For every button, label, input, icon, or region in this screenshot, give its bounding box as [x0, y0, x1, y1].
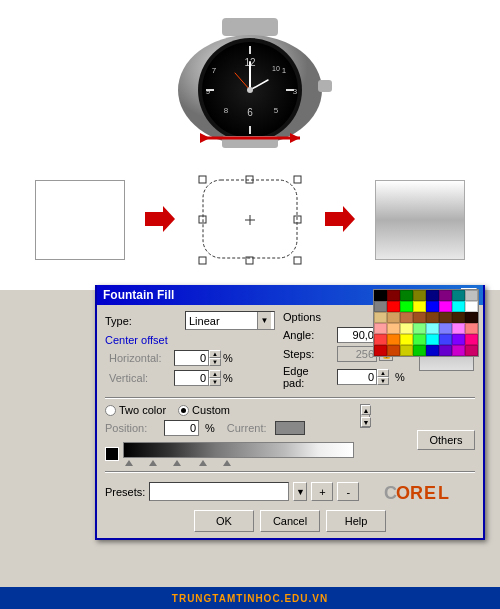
current-color-swatch[interactable] — [275, 421, 305, 435]
color-swatch-cell[interactable] — [413, 312, 426, 323]
custom-radio-circle — [178, 405, 189, 416]
edge-pad-spin-buttons: ▲ ▼ — [377, 369, 389, 385]
color-swatch-cell[interactable] — [439, 334, 452, 345]
position-input[interactable]: 0 — [164, 420, 199, 436]
color-swatch-cell[interactable] — [374, 301, 387, 312]
scroll-down-btn[interactable]: ▼ — [361, 417, 371, 427]
color-swatch-cell[interactable] — [374, 323, 387, 334]
color-swatch-cell[interactable] — [439, 323, 452, 334]
corel-logo-area: C O R E L — [363, 479, 475, 504]
edge-pad-spin-up[interactable]: ▲ — [377, 369, 389, 377]
color-swatch-cell[interactable] — [439, 312, 452, 323]
color-swatch-cell[interactable] — [387, 345, 400, 356]
vertical-spin-down[interactable]: ▼ — [209, 378, 221, 386]
svg-marker-42 — [199, 460, 207, 466]
color-swatch-cell[interactable] — [413, 301, 426, 312]
color-grid[interactable] — [373, 289, 479, 357]
horizontal-spinbox: 0 ▲ ▼ — [174, 350, 221, 366]
color-swatch-cell[interactable] — [387, 301, 400, 312]
horizontal-input[interactable]: 0 — [174, 350, 209, 366]
color-swatch-cell[interactable] — [426, 323, 439, 334]
color-swatch-cell[interactable] — [400, 323, 413, 334]
color-swatch-cell[interactable] — [426, 312, 439, 323]
color-swatch-cell[interactable] — [413, 290, 426, 301]
color-swatch-cell[interactable] — [426, 301, 439, 312]
type-row: Type: Linear ▼ — [105, 311, 275, 330]
color-swatch-cell[interactable] — [465, 301, 478, 312]
color-swatch-cell[interactable] — [452, 312, 465, 323]
color-swatch-cell[interactable] — [374, 312, 387, 323]
watch-section: 12 1 3 6 9 7 5 8 10 — [0, 0, 500, 155]
scroll-up-btn[interactable]: ▲ — [361, 405, 371, 415]
color-swatch-cell[interactable] — [374, 334, 387, 345]
position-label: Position: — [105, 422, 160, 434]
gradient-bar[interactable] — [123, 442, 354, 458]
color-swatch-cell[interactable] — [452, 323, 465, 334]
arrow-right-2 — [325, 204, 355, 236]
edge-pad-spin-down[interactable]: ▼ — [377, 377, 389, 385]
horizontal-spin-down[interactable]: ▼ — [209, 358, 221, 366]
color-scrollbar: ▲ ▼ — [360, 404, 370, 428]
color-grid-area: ▲ ▼ — [360, 404, 475, 428]
steps-label: Steps: — [283, 348, 333, 360]
color-swatch-cell[interactable] — [465, 323, 478, 334]
presets-dropdown-arrow[interactable]: ▼ — [293, 482, 307, 501]
custom-radio[interactable]: Custom — [178, 404, 230, 416]
brand-bar: TRUNGTAMTINHOC.EDU.VN — [0, 587, 500, 609]
two-color-radio[interactable]: Two color — [105, 404, 166, 416]
color-swatch-cell[interactable] — [413, 345, 426, 356]
color-swatch-cell[interactable] — [439, 301, 452, 312]
color-swatch-cell[interactable] — [374, 345, 387, 356]
vertical-spinbox: 0 ▲ ▼ — [174, 370, 221, 386]
color-swatch-cell[interactable] — [400, 334, 413, 345]
edge-pad-input[interactable]: 0 — [337, 369, 377, 385]
vertical-input[interactable]: 0 — [174, 370, 209, 386]
vertical-spin-up[interactable]: ▲ — [209, 370, 221, 378]
presets-input[interactable] — [149, 482, 289, 501]
color-swatch-cell[interactable] — [426, 290, 439, 301]
color-swatch-cell[interactable] — [400, 290, 413, 301]
position-percent: % — [205, 422, 215, 434]
color-swatch-cell[interactable] — [439, 345, 452, 356]
color-swatch-cell[interactable] — [465, 312, 478, 323]
horizontal-spin-up[interactable]: ▲ — [209, 350, 221, 358]
color-swatch-cell[interactable] — [400, 301, 413, 312]
color-swatch-cell[interactable] — [426, 345, 439, 356]
color-swatch-cell[interactable] — [387, 290, 400, 301]
color-swatch-cell[interactable] — [465, 334, 478, 345]
color-swatch-cell[interactable] — [426, 334, 439, 345]
color-swatch-cell[interactable] — [452, 290, 465, 301]
svg-rect-28 — [199, 176, 206, 183]
color-swatch-cell[interactable] — [374, 290, 387, 301]
color-swatch-cell[interactable] — [400, 312, 413, 323]
color-swatch-cell[interactable] — [452, 345, 465, 356]
type-select[interactable]: Linear ▼ — [185, 311, 275, 330]
black-swatch[interactable] — [105, 447, 119, 461]
color-swatch-cell[interactable] — [400, 345, 413, 356]
svg-text:10: 10 — [272, 65, 280, 72]
color-swatch-cell[interactable] — [413, 334, 426, 345]
color-swatch-cell[interactable] — [465, 290, 478, 301]
cancel-button[interactable]: Cancel — [260, 510, 320, 532]
separator-2 — [105, 471, 475, 473]
angle-input[interactable]: 90,0 — [337, 327, 377, 343]
presets-add-btn[interactable]: + — [311, 482, 333, 501]
color-swatch-cell[interactable] — [387, 312, 400, 323]
others-button[interactable]: Others — [417, 430, 475, 450]
ok-button[interactable]: OK — [194, 510, 254, 532]
color-swatch-cell[interactable] — [452, 334, 465, 345]
shape-empty — [35, 180, 125, 260]
type-select-arrow[interactable]: ▼ — [257, 312, 271, 329]
color-swatch-cell[interactable] — [387, 323, 400, 334]
color-swatch-cell[interactable] — [452, 301, 465, 312]
color-swatch-cell[interactable] — [387, 334, 400, 345]
type-label: Type: — [105, 315, 185, 327]
canvas-area: 12 1 3 6 9 7 5 8 10 — [0, 0, 500, 290]
svg-rect-33 — [199, 257, 206, 264]
help-button[interactable]: Help — [326, 510, 386, 532]
color-swatch-cell[interactable] — [465, 345, 478, 356]
presets-remove-btn[interactable]: - — [337, 482, 359, 501]
color-swatch-cell[interactable] — [439, 290, 452, 301]
svg-text:8: 8 — [224, 106, 229, 115]
color-swatch-cell[interactable] — [413, 323, 426, 334]
